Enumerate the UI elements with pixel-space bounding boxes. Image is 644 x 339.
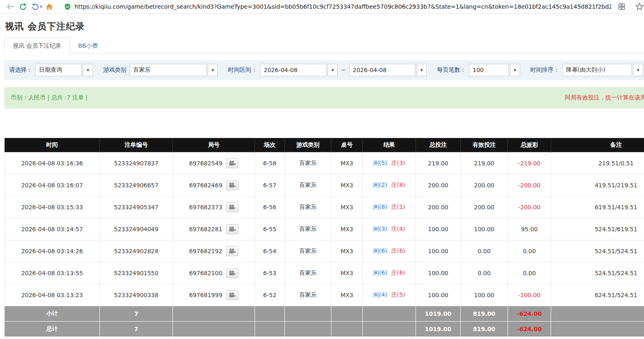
result-player: 闲(4)	[373, 291, 387, 298]
cell-total-bet[interactable]: 100.00	[416, 262, 461, 284]
chevron-down-icon[interactable]: ▼	[208, 64, 218, 76]
address-bar[interactable]: https://kiqiiu.com/game/betrecord_search…	[63, 3, 611, 11]
cell-round: 697682192	[173, 240, 255, 262]
cell-time: 2026-04-08 03:16:07	[5, 174, 100, 196]
sort-value[interactable]: 降幂(由大到小)	[562, 64, 632, 76]
game-type-value[interactable]: 百家乐	[129, 64, 207, 76]
home-button[interactable]	[43, 1, 56, 12]
total-total-bet: 1019.00	[416, 321, 461, 337]
cell-session: 6-57	[255, 174, 285, 196]
cell-game-type: 百家乐	[285, 240, 331, 262]
result-player: 闲(6)	[373, 269, 387, 276]
page-title: 视讯 会员下注纪录	[5, 20, 644, 33]
tab-bar: 视讯 会员下注纪录 BB小费	[4, 38, 644, 53]
query-type-label: 请选择：	[9, 66, 32, 74]
cell-valid-bet: 0.00	[461, 262, 508, 284]
tab-bb-tip[interactable]: BB小费	[70, 38, 106, 53]
cell-time: 2026-04-08 03:14:57	[5, 218, 100, 240]
cell-round: 697682469	[173, 174, 255, 196]
date-from-value[interactable]: 2026-04-08	[260, 64, 326, 76]
cell-result: 闲(6) 庄(6)	[363, 240, 416, 262]
result-banker: 庄(6)	[391, 247, 405, 254]
video-replay-button[interactable]	[226, 290, 238, 300]
video-replay-button[interactable]	[226, 202, 238, 212]
result-player: 闲(5)	[373, 160, 387, 166]
query-type-select[interactable]: 日期查询 ▼	[35, 64, 93, 76]
game-type-group: 游戏类别 百家乐 ▼	[103, 64, 218, 76]
undo-icon	[32, 3, 39, 11]
cell-result: 闲(8) 庄(1)	[363, 196, 416, 218]
cell-time: 2026-04-08 03:13:55	[5, 262, 100, 284]
tab-bet-record[interactable]: 视讯 会员下注纪录	[4, 38, 70, 53]
page-content: 视讯 会员下注纪录 视讯 会员下注纪录 BB小费 请选择： 日期查询 ▼ 游戏类…	[0, 20, 644, 337]
sort-select[interactable]: 降幂(由大到小) ▼	[562, 64, 643, 76]
video-camera-icon	[229, 160, 236, 166]
chevron-down-icon[interactable]: ▼	[633, 64, 643, 76]
page-size-value[interactable]: 100	[469, 64, 509, 76]
header-time: 时间	[5, 138, 100, 152]
date-to-value[interactable]: 2026-04-08	[349, 64, 416, 76]
cell-valid-bet: 200.00	[461, 174, 508, 196]
security-shield-icon	[64, 3, 71, 11]
table-row: 2026-04-08 03:14:26 523324902828 6976821…	[5, 240, 644, 262]
cell-game-type: 百家乐	[285, 262, 331, 284]
cell-table-no: MX3	[331, 240, 363, 262]
cell-total-bet[interactable]: 100.00	[416, 218, 461, 240]
table-row: 2026-04-08 03:16:07 523324906657 6976824…	[5, 174, 644, 196]
header-session: 场次	[255, 138, 285, 152]
chevron-down-icon[interactable]: ▼	[510, 64, 520, 76]
chevron-down-icon[interactable]: ▼	[83, 64, 93, 76]
video-camera-icon	[229, 226, 236, 232]
cell-total-bet[interactable]: 200.00	[416, 196, 461, 218]
cell-session: 6-56	[255, 196, 285, 218]
page-size-group: 每页笔数： 100 ▼	[437, 64, 520, 76]
game-type-select[interactable]: 百家乐 ▼	[129, 64, 218, 76]
back-button[interactable]	[4, 1, 17, 12]
video-replay-button[interactable]	[226, 158, 238, 168]
date-from-select[interactable]: 2026-04-08 ▼	[260, 64, 338, 76]
page-size-select[interactable]: 100 ▼	[469, 64, 520, 76]
chevron-down-icon[interactable]: ▼	[328, 64, 338, 76]
cell-result: 闲(4) 庄(5)	[363, 284, 416, 306]
subtotal-valid-bet: 819.00	[461, 306, 508, 321]
chevron-down-icon[interactable]: ▼	[417, 64, 427, 76]
cell-bet-id: 523324905347	[100, 196, 173, 218]
video-replay-button[interactable]	[226, 268, 238, 278]
date-range-label: 时间区间：	[228, 66, 257, 74]
table-row: 2026-04-08 03:13:55 523324901550 6976821…	[5, 262, 644, 284]
total-valid-bet: 819.00	[461, 321, 508, 337]
result-banker: 庄(5)	[391, 291, 405, 298]
video-camera-icon	[229, 292, 236, 298]
undo-dropdown-caret[interactable]: ▼	[40, 5, 42, 9]
cell-note: 619.51/419.51	[551, 196, 644, 218]
round-number: 697682192	[189, 248, 222, 254]
refresh-icon	[19, 3, 27, 11]
round-number: 697681999	[189, 292, 222, 298]
apps-grid-icon	[618, 3, 625, 10]
video-replay-button[interactable]	[226, 180, 238, 190]
favorite-star-button[interactable]	[633, 1, 644, 12]
cell-game-type: 百家乐	[285, 174, 331, 196]
url-text[interactable]: https://kiqiiu.com/game/betrecord_search…	[75, 3, 611, 10]
payout-cell: -100.00	[508, 284, 551, 306]
cell-total-bet[interactable]: 200.00	[416, 174, 461, 196]
date-range-separator: ~	[341, 67, 346, 73]
query-type-value[interactable]: 日期查询	[35, 64, 82, 76]
cell-bet-id: 523324907837	[100, 152, 173, 174]
refresh-button[interactable]	[17, 1, 29, 12]
summary-bar: 币别：人民币 | 总共 :7 注单 | 同局有效投注，统一计算在该局	[4, 87, 644, 109]
table-row: 2026-04-08 03:15:33 523324905347 6976823…	[5, 196, 644, 218]
cell-round: 697682549	[173, 152, 255, 174]
cell-game-type: 百家乐	[285, 196, 331, 218]
game-type-label: 游戏类别	[103, 66, 126, 74]
cell-total-bet[interactable]: 100.00	[416, 284, 461, 306]
subtotal-row: 小计 7 1019.00 819.00 -624.00	[5, 306, 644, 321]
subtotal-label: 小计	[5, 306, 100, 321]
cell-total-bet[interactable]: 100.00	[416, 240, 461, 262]
video-replay-button[interactable]	[226, 246, 238, 256]
video-replay-button[interactable]	[226, 224, 238, 234]
apps-grid-button[interactable]	[615, 1, 628, 12]
round-number: 697682281	[189, 226, 222, 232]
date-to-select[interactable]: 2026-04-08 ▼	[349, 64, 427, 76]
cell-total-bet[interactable]: 219.00	[416, 152, 461, 174]
